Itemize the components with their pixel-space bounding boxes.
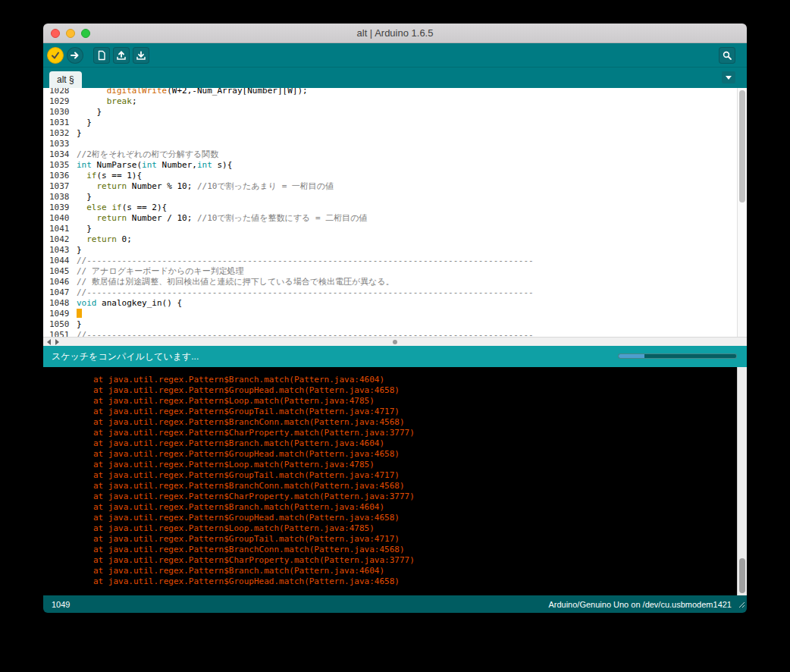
line-number: 1030 <box>43 107 72 118</box>
code-text: break; <box>72 96 137 107</box>
code-text: } <box>72 224 92 234</box>
console-line: at java.util.regex.Pattern$CharProperty.… <box>53 428 732 438</box>
code-text: } <box>72 107 102 118</box>
code-line: 1031 } <box>43 118 737 128</box>
code-line: 1041 } <box>43 224 737 234</box>
code-text: else if(s == 2){ <box>72 203 167 213</box>
console-scrollbar-thumb[interactable] <box>739 558 745 593</box>
code-scroll[interactable]: 1028 digitalWrite(W+2,-Num_Array[Number]… <box>43 88 737 337</box>
code-text: } <box>72 319 82 330</box>
code-text: //2桁をそれぞれの桁で分解する関数 <box>72 149 218 160</box>
code-line: 1033 <box>43 139 737 149</box>
save-button[interactable] <box>133 47 149 64</box>
minimize-button[interactable] <box>66 29 75 38</box>
console-line: at java.util.regex.Pattern$Loop.match(Pa… <box>53 523 732 534</box>
text-cursor <box>77 309 82 318</box>
code-line: 1044//----------------------------------… <box>43 256 737 266</box>
status-line-number: 1049 <box>52 600 70 609</box>
toolbar <box>43 43 747 68</box>
code-text: } <box>72 245 82 256</box>
tray-up-arrow-icon <box>116 50 127 61</box>
code-line: 1051//----------------------------------… <box>43 330 737 337</box>
editor-vertical-scrollbar[interactable] <box>737 88 747 337</box>
console-line: at java.util.regex.Pattern$Branch.match(… <box>53 375 732 385</box>
tab-menu-button[interactable] <box>722 71 735 83</box>
console-line: at java.util.regex.Pattern$Branch.match(… <box>53 438 732 449</box>
right-arrow-icon <box>70 50 80 61</box>
code-line: 1037 return Number % 10; //10で割ったあまり = 一… <box>43 181 737 192</box>
line-number: 1032 <box>43 128 72 139</box>
line-number: 1049 <box>43 309 72 319</box>
scroll-left-arrow-icon[interactable] <box>47 339 51 345</box>
code-area[interactable]: 1028 digitalWrite(W+2,-Num_Array[Number]… <box>43 88 747 337</box>
line-number: 1048 <box>43 298 72 309</box>
progress-fill <box>619 354 644 358</box>
splitter-grip[interactable] <box>393 340 397 344</box>
code-line: 1035int NumParse(int Number,int s){ <box>43 160 737 171</box>
line-number: 1037 <box>43 181 72 192</box>
console-line: at java.util.regex.Pattern$Loop.match(Pa… <box>53 460 732 470</box>
editor-scrollbar-thumb[interactable] <box>739 90 745 203</box>
code-text: digitalWrite(W+2,-Num_Array[Number][W]); <box>72 88 308 96</box>
code-line: 1046// 敷居値は別途調整、初回検出値と連続に押下している場合で検出電圧が異… <box>43 277 737 287</box>
code-text <box>72 309 82 319</box>
code-text: if(s == 1){ <box>72 171 142 181</box>
code-line: 1028 digitalWrite(W+2,-Num_Array[Number]… <box>43 88 737 96</box>
console-scrollbar[interactable] <box>737 367 747 595</box>
tab-label: alt § <box>57 74 74 85</box>
console-line: at java.util.regex.Pattern$GroupTail.mat… <box>53 534 732 545</box>
line-number: 1036 <box>43 171 72 181</box>
resize-grip-icon[interactable] <box>736 598 745 611</box>
scroll-right-arrow-icon[interactable] <box>55 339 59 345</box>
line-number: 1031 <box>43 118 72 128</box>
line-number: 1028 <box>43 88 72 96</box>
triangle-down-icon <box>726 76 732 80</box>
new-sketch-button[interactable] <box>93 47 110 64</box>
code-text: void analogkey_in() { <box>72 298 182 309</box>
code-line: 1030 } <box>43 107 737 118</box>
code-line: 1038 } <box>43 192 737 203</box>
console-line: at java.util.regex.Pattern$CharProperty.… <box>53 555 732 566</box>
code-line: 1034//2桁をそれぞれの桁で分解する関数 <box>43 149 737 160</box>
verify-button[interactable] <box>47 47 64 64</box>
hscroll-arrows <box>47 339 59 345</box>
code-line: 1047//----------------------------------… <box>43 287 737 298</box>
console-line: at java.util.regex.Pattern$GroupTail.mat… <box>53 470 732 481</box>
title-bar[interactable]: alt | Arduino 1.6.5 <box>43 24 747 43</box>
console-line: at java.util.regex.Pattern$BranchConn.ma… <box>53 481 732 491</box>
code-line: 1048void analogkey_in() { <box>43 298 737 309</box>
line-number: 1046 <box>43 277 72 287</box>
open-button[interactable] <box>113 47 130 64</box>
close-button[interactable] <box>51 29 60 38</box>
upload-button[interactable] <box>67 47 83 64</box>
code-text: //--------------------------------------… <box>72 256 534 266</box>
line-number: 1034 <box>43 149 72 160</box>
tab-alt[interactable]: alt § <box>49 71 82 88</box>
compile-progress-bar <box>618 353 737 359</box>
line-number: 1043 <box>43 245 72 256</box>
editor-lines: 1028 digitalWrite(W+2,-Num_Array[Number]… <box>43 88 737 337</box>
code-line: 1040 return Number / 10; //10で割った値を整数にする… <box>43 213 737 224</box>
arduino-ide-window: alt | Arduino 1.6.5 <box>43 24 747 613</box>
check-icon <box>50 50 61 61</box>
code-text: //--------------------------------------… <box>72 330 534 337</box>
console-line: at java.util.regex.Pattern$GroupHead.mat… <box>53 576 732 587</box>
editor-horizontal-scrollbar[interactable] <box>43 337 747 346</box>
code-text: int NumParse(int Number,int s){ <box>72 160 232 171</box>
window-title: alt | Arduino 1.6.5 <box>357 27 434 39</box>
tray-down-arrow-icon <box>136 50 146 61</box>
code-editor[interactable]: 1028 digitalWrite(W+2,-Num_Array[Number]… <box>43 88 747 346</box>
console-output: at java.util.regex.Pattern$Branch.match(… <box>43 367 747 587</box>
console-line: at java.util.regex.Pattern$CharProperty.… <box>53 491 732 502</box>
code-text <box>72 139 77 149</box>
code-text: // 敷居値は別途調整、初回検出値と連続に押下している場合で検出電圧が異なる。 <box>72 277 394 287</box>
code-line: 1036 if(s == 1){ <box>43 171 737 181</box>
code-text: //--------------------------------------… <box>72 287 534 298</box>
console-line: at java.util.regex.Pattern$Loop.match(Pa… <box>53 396 732 407</box>
status-board-port: Arduino/Genuino Uno on /dev/cu.usbmodem1… <box>548 600 732 609</box>
serial-monitor-button[interactable] <box>719 47 735 64</box>
code-text: return Number % 10; //10で割ったあまり = 一桁目の値 <box>72 181 334 192</box>
console-line: at java.util.regex.Pattern$GroupHead.mat… <box>53 513 732 523</box>
code-line: 1049 <box>43 309 737 319</box>
zoom-button[interactable] <box>81 29 90 38</box>
